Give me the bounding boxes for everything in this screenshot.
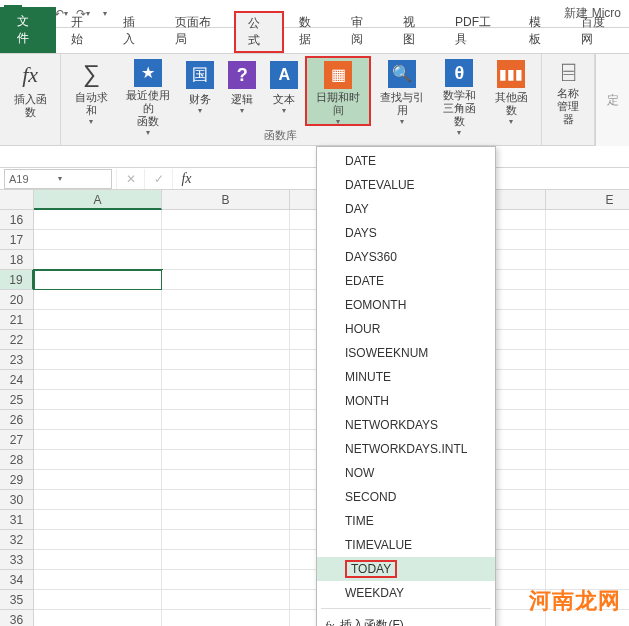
cell[interactable] xyxy=(162,530,290,550)
dropdown-item[interactable]: TIME xyxy=(317,509,495,533)
cell[interactable] xyxy=(34,230,162,250)
row-header[interactable]: 23 xyxy=(0,350,34,370)
cell[interactable] xyxy=(546,330,629,350)
cell[interactable] xyxy=(34,610,162,626)
cell[interactable] xyxy=(546,230,629,250)
autosum-button[interactable]: ∑ 自动求和 ▾ xyxy=(65,56,117,126)
cell[interactable] xyxy=(546,390,629,410)
cell[interactable] xyxy=(34,430,162,450)
dropdown-item[interactable]: NOW xyxy=(317,461,495,485)
tab-templates[interactable]: 模板 xyxy=(514,9,566,53)
cell[interactable] xyxy=(34,370,162,390)
cell[interactable] xyxy=(162,590,290,610)
cell[interactable] xyxy=(34,410,162,430)
fx-formula-button[interactable]: fx xyxy=(172,169,200,189)
column-header[interactable]: B xyxy=(162,190,290,210)
logical-button[interactable]: ? 逻辑 ▾ xyxy=(221,56,263,126)
row-header[interactable]: 24 xyxy=(0,370,34,390)
cell[interactable] xyxy=(546,510,629,530)
other-functions-button[interactable]: ▮▮▮ 其他函数 ▾ xyxy=(485,56,537,126)
defined-names-expand[interactable]: 定 xyxy=(595,54,629,146)
column-header[interactable]: A xyxy=(34,190,162,210)
cell[interactable] xyxy=(162,610,290,626)
cell[interactable] xyxy=(162,470,290,490)
dropdown-item[interactable]: EDATE xyxy=(317,269,495,293)
cell[interactable] xyxy=(546,450,629,470)
dropdown-item[interactable]: MINUTE xyxy=(317,365,495,389)
cell[interactable] xyxy=(34,270,162,290)
cell[interactable] xyxy=(162,410,290,430)
row-header[interactable]: 22 xyxy=(0,330,34,350)
dropdown-item[interactable]: DATE xyxy=(317,149,495,173)
tab-view[interactable]: 视图 xyxy=(388,9,440,53)
tab-formulas[interactable]: 公式 xyxy=(234,11,284,53)
cell[interactable] xyxy=(546,350,629,370)
row-header[interactable]: 17 xyxy=(0,230,34,250)
cell[interactable] xyxy=(34,450,162,470)
cell[interactable] xyxy=(34,310,162,330)
row-header[interactable]: 30 xyxy=(0,490,34,510)
cell[interactable] xyxy=(34,250,162,270)
enter-formula-button[interactable]: ✓ xyxy=(144,169,172,189)
dropdown-item[interactable]: DAYS360 xyxy=(317,245,495,269)
cell[interactable] xyxy=(162,270,290,290)
dropdown-item[interactable]: HOUR xyxy=(317,317,495,341)
row-header[interactable]: 18 xyxy=(0,250,34,270)
tab-baidu[interactable]: 百度网 xyxy=(566,9,629,53)
lookup-button[interactable]: 🔍 查找与引用 ▾ xyxy=(371,56,433,126)
cell[interactable] xyxy=(546,270,629,290)
cell[interactable] xyxy=(34,550,162,570)
cell[interactable] xyxy=(34,390,162,410)
tab-insert[interactable]: 插入 xyxy=(108,9,160,53)
cell[interactable] xyxy=(162,370,290,390)
row-header[interactable]: 31 xyxy=(0,510,34,530)
cell[interactable] xyxy=(162,430,290,450)
tab-data[interactable]: 数据 xyxy=(284,9,336,53)
cell[interactable] xyxy=(546,430,629,450)
dropdown-item[interactable]: ISOWEEKNUM xyxy=(317,341,495,365)
column-header[interactable]: E xyxy=(546,190,629,210)
cell[interactable] xyxy=(162,310,290,330)
cell[interactable] xyxy=(34,530,162,550)
cell[interactable] xyxy=(546,310,629,330)
cell[interactable] xyxy=(546,490,629,510)
dropdown-item[interactable]: EOMONTH xyxy=(317,293,495,317)
dropdown-item[interactable]: NETWORKDAYS.INTL xyxy=(317,437,495,461)
row-header[interactable]: 29 xyxy=(0,470,34,490)
row-header[interactable]: 25 xyxy=(0,390,34,410)
cell[interactable] xyxy=(162,450,290,470)
cell[interactable] xyxy=(34,330,162,350)
dropdown-item[interactable]: NETWORKDAYS xyxy=(317,413,495,437)
cell[interactable] xyxy=(546,210,629,230)
cell[interactable] xyxy=(546,370,629,390)
cell[interactable] xyxy=(162,510,290,530)
row-header[interactable]: 26 xyxy=(0,410,34,430)
cell[interactable] xyxy=(546,250,629,270)
row-header[interactable]: 34 xyxy=(0,570,34,590)
cell[interactable] xyxy=(162,330,290,350)
financial-button[interactable]: 国 财务 ▾ xyxy=(179,56,221,126)
cell[interactable] xyxy=(34,590,162,610)
math-button[interactable]: θ 数学和 三角函数 ▾ xyxy=(433,56,485,126)
recent-functions-button[interactable]: ★ 最近使用的 函数 ▾ xyxy=(117,56,179,126)
cell[interactable] xyxy=(546,470,629,490)
cell[interactable] xyxy=(546,550,629,570)
tab-pdf-tools[interactable]: PDF工具 xyxy=(440,9,514,53)
cell[interactable] xyxy=(34,570,162,590)
row-header[interactable]: 19 xyxy=(0,270,34,290)
row-header[interactable]: 27 xyxy=(0,430,34,450)
cell[interactable] xyxy=(162,230,290,250)
row-header[interactable]: 28 xyxy=(0,450,34,470)
cell[interactable] xyxy=(162,290,290,310)
cell[interactable] xyxy=(162,250,290,270)
cell[interactable] xyxy=(34,210,162,230)
dropdown-item[interactable]: DATEVALUE xyxy=(317,173,495,197)
cell[interactable] xyxy=(162,570,290,590)
select-all-corner[interactable] xyxy=(0,190,34,210)
row-header[interactable]: 21 xyxy=(0,310,34,330)
row-header[interactable]: 33 xyxy=(0,550,34,570)
name-manager-button[interactable]: ⌸ 名称 管理器 xyxy=(546,56,590,126)
dropdown-item[interactable]: DAYS xyxy=(317,221,495,245)
tab-home[interactable]: 开始 xyxy=(56,9,108,53)
tab-page-layout[interactable]: 页面布局 xyxy=(160,9,234,53)
